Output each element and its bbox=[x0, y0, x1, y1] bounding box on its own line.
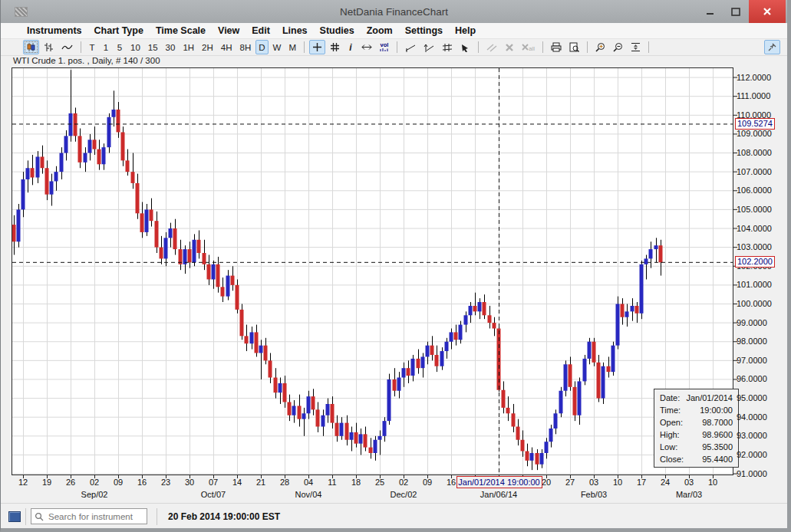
tooltip-row: Low:95.3500 bbox=[660, 441, 733, 453]
timeframe-15-button[interactable]: 15 bbox=[145, 40, 161, 54]
zoom-out-icon bbox=[613, 42, 623, 52]
delete-all-lines-button[interactable]: all bbox=[519, 40, 538, 54]
x-axis-month-label: Dec/02 bbox=[369, 490, 438, 499]
timeframe-4h-button[interactable]: 4H bbox=[218, 40, 236, 54]
minimize-button[interactable] bbox=[697, 0, 723, 23]
y-axis-label: 99.0000 bbox=[737, 318, 767, 327]
ohlc-bars-icon bbox=[44, 42, 54, 52]
menu-item-edit[interactable]: Edit bbox=[246, 25, 276, 36]
ohlc-tooltip: Date:Jan/01/2014Time:19:00:00Open:98.700… bbox=[654, 389, 739, 468]
delete-line-button[interactable] bbox=[502, 40, 517, 54]
app-window: NetDania FinanceChart InstrumentsChart T… bbox=[0, 0, 791, 532]
close-icon bbox=[763, 7, 772, 16]
toolbar: T151015301H2H4H8HDWM i vol bbox=[1, 39, 787, 55]
search-icon bbox=[35, 512, 44, 521]
timeframe-10-button[interactable]: 10 bbox=[127, 40, 143, 54]
maximize-button[interactable] bbox=[723, 0, 749, 23]
timeframe-5-button[interactable]: 5 bbox=[114, 40, 126, 54]
x-axis-month-label: Nov/04 bbox=[274, 490, 343, 499]
trend-arrow-tool-button[interactable] bbox=[420, 40, 437, 54]
y-axis-label: 92.0000 bbox=[737, 450, 767, 459]
candlestick-plot[interactable] bbox=[12, 67, 739, 480]
print-icon bbox=[551, 42, 562, 52]
y-axis-label: 96.0000 bbox=[737, 374, 767, 383]
statusbar-datetime: 20 Feb 2014 19:00:00 EST bbox=[168, 511, 280, 522]
delete-all-suffix: all bbox=[529, 45, 535, 52]
x-axis-month-label: Mar/03 bbox=[654, 490, 723, 499]
fit-vertical-icon bbox=[631, 42, 641, 52]
timeframe-m-button[interactable]: M bbox=[285, 40, 299, 54]
menu-item-instruments[interactable]: Instruments bbox=[21, 25, 88, 36]
trend-line-tool-button[interactable] bbox=[402, 40, 419, 54]
horizontal-expand-button[interactable] bbox=[358, 40, 375, 54]
tooltip-row: Open:98.7000 bbox=[660, 416, 733, 429]
y-axis-label: 103.0000 bbox=[737, 242, 772, 251]
chart-type-ohlc-button[interactable] bbox=[41, 40, 57, 54]
x-axis-month-label: Feb/03 bbox=[559, 490, 628, 499]
parallel-lines-icon bbox=[486, 43, 497, 52]
chart-type-line-button[interactable] bbox=[58, 40, 76, 54]
tooltip-row: Date:Jan/01/2014 bbox=[660, 392, 733, 404]
y-axis-label: 112.0000 bbox=[737, 73, 771, 82]
timeframe-d-button[interactable]: D bbox=[255, 40, 268, 54]
title-bar: NetDania FinanceChart bbox=[1, 0, 787, 23]
parallel-lines-button[interactable] bbox=[483, 40, 500, 54]
y-axis-label: 93.0000 bbox=[737, 431, 767, 440]
crosshair-date-label: Jan/01/2014 19:00:00 bbox=[456, 476, 542, 488]
menu-item-time-scale[interactable]: Time Scale bbox=[150, 25, 212, 36]
timeframe-t-button[interactable]: T bbox=[86, 40, 98, 54]
chart-type-candlestick-button[interactable] bbox=[23, 40, 39, 54]
zoom-in-icon bbox=[595, 42, 605, 52]
timeframe-buttons: T151015301H2H4H8HDWM bbox=[85, 40, 300, 54]
y-axis-label: 94.0000 bbox=[737, 412, 767, 422]
arrow-tool-icon bbox=[460, 43, 470, 52]
arrow-tool-button[interactable] bbox=[457, 40, 473, 54]
volume-button[interactable]: vol bbox=[377, 40, 392, 54]
crosshair-tool-button[interactable] bbox=[309, 40, 325, 54]
timeframe-1-button[interactable]: 1 bbox=[100, 40, 112, 54]
timeframe-30-button[interactable]: 30 bbox=[163, 40, 179, 54]
info-button[interactable]: i bbox=[344, 40, 357, 54]
timeframe-8h-button[interactable]: 8H bbox=[237, 40, 255, 54]
menu-item-help[interactable]: Help bbox=[449, 25, 482, 36]
print-preview-button[interactable] bbox=[566, 40, 582, 54]
grid-icon bbox=[330, 42, 340, 52]
instrument-status-icon bbox=[8, 511, 21, 522]
zoom-in-button[interactable] bbox=[592, 40, 608, 54]
info-icon: i bbox=[349, 42, 351, 53]
chart-instrument-label: WTI Crude 1. pos. , Daily, # 140 / 300 bbox=[13, 56, 160, 65]
menu-item-chart-type[interactable]: Chart Type bbox=[88, 25, 150, 36]
timeframe-1h-button[interactable]: 1H bbox=[180, 40, 197, 54]
menu-item-zoom[interactable]: Zoom bbox=[361, 25, 399, 36]
parallel-channel-tool-button[interactable] bbox=[439, 40, 456, 54]
pin-toolbar-button[interactable] bbox=[764, 40, 780, 54]
y-axis-label: 98.0000 bbox=[737, 337, 767, 346]
menu-item-lines[interactable]: Lines bbox=[276, 25, 314, 36]
minimize-icon bbox=[706, 8, 714, 16]
delete-all-icon bbox=[522, 44, 529, 51]
zoom-out-button[interactable] bbox=[610, 40, 626, 54]
close-button[interactable] bbox=[749, 0, 786, 23]
menu-item-studies[interactable]: Studies bbox=[314, 25, 361, 36]
maximize-icon bbox=[731, 8, 740, 16]
fit-vertical-button[interactable] bbox=[628, 40, 644, 54]
x-axis-month-label: Oct/07 bbox=[179, 490, 248, 499]
y-axis-label: 91.0000 bbox=[737, 469, 767, 478]
tooltip-row: Time:19:00:00 bbox=[660, 404, 733, 416]
search-input[interactable] bbox=[31, 508, 147, 524]
grid-toggle-button[interactable] bbox=[327, 40, 343, 54]
y-axis-label: 100.0000 bbox=[737, 299, 772, 308]
print-button[interactable] bbox=[548, 40, 565, 54]
menu-item-view[interactable]: View bbox=[212, 25, 246, 36]
y-axis-label: 95.0000 bbox=[737, 393, 767, 402]
y-axis-label: 108.0000 bbox=[737, 148, 772, 157]
horizontal-expand-icon bbox=[361, 44, 372, 51]
trend-line-icon bbox=[405, 43, 416, 52]
window-title: NetDania FinanceChart bbox=[1, 6, 787, 18]
timeframe-2h-button[interactable]: 2H bbox=[199, 40, 216, 54]
menu-item-settings[interactable]: Settings bbox=[399, 25, 449, 36]
timeframe-w-button[interactable]: W bbox=[270, 40, 285, 54]
delete-icon bbox=[505, 43, 514, 52]
x-axis-month-label: Jan/06/14 bbox=[464, 490, 533, 499]
line-chart-icon bbox=[61, 42, 73, 52]
